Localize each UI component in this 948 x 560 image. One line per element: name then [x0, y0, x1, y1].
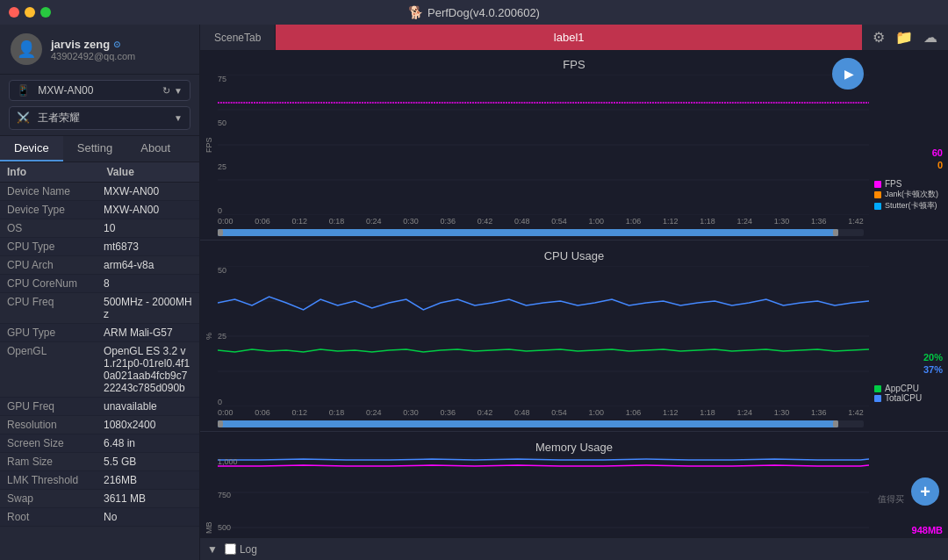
log-label: Log [240, 543, 257, 556]
row-key: OS [0, 219, 97, 237]
tab-about[interactable]: About [126, 136, 184, 162]
fps-scrollbar[interactable] [218, 229, 864, 236]
xaxis-tick: 1:18 [700, 408, 715, 417]
cloud-icon[interactable]: ☁ [923, 29, 937, 46]
row-key: Device Type [0, 201, 97, 219]
stutter-color-dot [874, 203, 881, 210]
row-key: LMK Threshold [0, 471, 97, 489]
cpu-legend-app: AppCPU [874, 384, 943, 393]
settings-icon[interactable]: ⚙ [873, 29, 885, 46]
table-row: CPU CoreNum8 [0, 275, 199, 293]
fps-legend-fps-label: FPS [885, 179, 901, 189]
fps-ylabel: FPS [200, 75, 218, 215]
main-layout: 👤 jarvis zeng ⊙ 43902492@qq.com 📱 MXW-AN… [0, 25, 948, 560]
app-icon: ⚔️ [17, 111, 30, 124]
cpu-scrollbar-thumb [218, 420, 838, 427]
row-value: 3611 MB [97, 490, 199, 507]
xaxis-tick: 1:36 [811, 408, 827, 417]
fps-val1: 60 [874, 147, 943, 158]
row-key: Root [0, 508, 97, 526]
memory-val1: 948MB [874, 525, 943, 535]
xaxis-tick: 1:24 [737, 408, 753, 417]
device-selector[interactable]: 📱 MXW-AN00 ↻ ▼ [9, 80, 190, 101]
jank-color-dot [874, 191, 881, 198]
row-key: Resolution [0, 416, 97, 434]
row-key: Screen Size [0, 434, 97, 452]
cpu-scrollbar-right-handle[interactable] [833, 420, 838, 427]
xaxis-tick: 1:30 [774, 408, 790, 417]
table-row: GPU Frequnavailable [0, 398, 199, 416]
right-panel: SceneTab label1 ⚙ 📁 ☁ FPS FPS [200, 25, 948, 560]
row-key: GPU Type [0, 324, 97, 341]
cpu-legend-total-label: TotalCPU [885, 393, 922, 403]
add-chart-button[interactable]: + [911, 477, 939, 506]
xaxis-tick: 1:30 [774, 217, 790, 226]
refresh-icon[interactable]: ↻ [162, 85, 170, 97]
username: jarvis zeng ⊙ [51, 38, 135, 51]
row-key: Device Name [0, 183, 97, 200]
table-row: Device NameMXW-AN00 [0, 183, 199, 201]
appcpu-color-dot [874, 385, 881, 392]
table-row: OS10 [0, 219, 199, 238]
fps-legend-jank-label: Jank(卡顿次数) [885, 189, 938, 200]
cpu-chart: CPU Usage % [200, 242, 948, 432]
xaxis-tick: 0:48 [514, 408, 530, 417]
row-value: mt6873 [97, 238, 199, 255]
xaxis-tick: 1:06 [626, 408, 642, 417]
fps-chart-body: FPS [200, 75, 948, 215]
xaxis-tick: 1:24 [737, 217, 753, 226]
scene-tab-label[interactable]: SceneTab [200, 25, 276, 50]
cpu-val1: 20% [874, 352, 943, 363]
cpu-scrollbar[interactable] [218, 420, 864, 427]
row-key: Swap [0, 490, 97, 507]
table-row: CPU Archarm64-v8a [0, 256, 199, 275]
app-chevron-down-icon: ▼ [174, 113, 183, 123]
xaxis-tick: 0:24 [366, 217, 382, 226]
row-key: CPU Arch [0, 256, 97, 274]
xaxis-tick: 0:00 [218, 217, 233, 226]
close-button[interactable] [9, 7, 19, 18]
folder-icon[interactable]: 📁 [895, 29, 913, 46]
log-checkbox[interactable] [225, 543, 236, 555]
window-controls[interactable] [9, 7, 51, 18]
user-section: 👤 jarvis zeng ⊙ 43902492@qq.com [0, 25, 199, 75]
fps-legend-items: FPS Jank(卡顿次数) Stutter(卡顿率) [874, 179, 943, 212]
fps-svg [218, 75, 869, 215]
row-key: OpenGL [0, 342, 97, 397]
table-row: Swap3611 MB [0, 490, 199, 508]
xaxis-tick: 1:42 [848, 408, 864, 417]
fps-legend-stutter: Stutter(卡顿率) [874, 200, 943, 212]
avatar: 👤 [11, 33, 42, 65]
row-value: 5.5 GB [97, 453, 199, 470]
xaxis-tick: 0:30 [403, 408, 419, 417]
tab-setting[interactable]: Setting [63, 136, 126, 162]
cpu-legend-app-label: AppCPU [885, 384, 919, 393]
row-value: ARM Mali-G57 [97, 324, 199, 341]
row-value: unavailable [97, 398, 199, 415]
cpu-scrollbar-left-handle[interactable] [218, 420, 223, 427]
chevron-down-icon: ▼ [174, 86, 183, 96]
row-key: GPU Freq [0, 398, 97, 415]
cpu-chart-body: % [200, 266, 948, 406]
play-button[interactable] [832, 58, 864, 90]
fps-scrollbar-right-handle[interactable] [833, 229, 838, 236]
maximize-button[interactable] [40, 7, 51, 18]
table-row: CPU Freq500MHz - 2000MHz [0, 293, 199, 324]
log-checkbox-container: Log [225, 543, 257, 556]
cpu-ylabel: % [200, 266, 218, 406]
table-row: LMK Threshold216MB [0, 471, 199, 490]
bottom-bar: ▼ Log [200, 537, 948, 560]
row-key: CPU Type [0, 238, 97, 255]
xaxis-tick: 1:00 [589, 408, 605, 417]
collapse-button[interactable]: ▼ [207, 543, 218, 556]
xaxis-tick: 0:42 [478, 408, 493, 417]
tab-device[interactable]: Device [0, 136, 63, 162]
app-selector[interactable]: ⚔️ 王者荣耀 ▼ [9, 106, 190, 130]
xaxis-tick: 0:24 [366, 408, 382, 417]
fps-scrollbar-left-handle[interactable] [218, 229, 223, 236]
table-row: Resolution1080x2400 [0, 416, 199, 434]
app-name: 王者荣耀 [38, 111, 80, 124]
xaxis-tick: 1:42 [848, 217, 864, 226]
minimize-button[interactable] [25, 7, 35, 18]
username-text: jarvis zeng [51, 38, 110, 51]
